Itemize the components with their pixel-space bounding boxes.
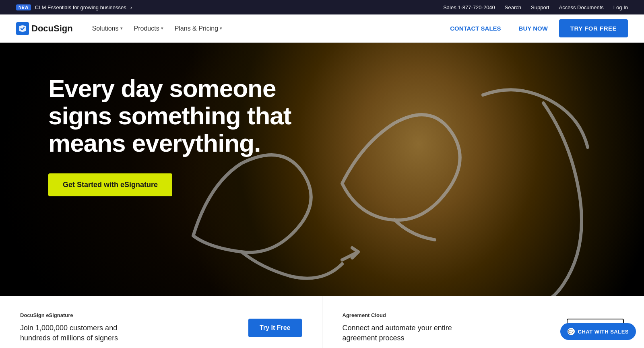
esignature-card: DocuSign eSignature Join 1,000,000 custo…: [0, 296, 322, 348]
banner-message: CLM Essentials for growing businesses: [35, 4, 126, 10]
hero-section: Every day someone signs some­thing that …: [0, 43, 644, 296]
banner-left: NEW CLM Essentials for growing businesse…: [16, 4, 132, 10]
get-started-button[interactable]: Get Started with eSignature: [48, 173, 172, 196]
agreement-cloud-card: Agreement Cloud Connect and automate you…: [322, 296, 644, 348]
esignature-label: DocuSign eSignature: [20, 312, 240, 318]
chat-icon: 💬: [568, 328, 575, 335]
agreement-cloud-label: Agreement Cloud: [343, 312, 559, 318]
banner-phone[interactable]: Sales 1-877-720-2040: [443, 4, 495, 10]
solutions-chevron-icon: ▾: [120, 26, 123, 31]
nav-products[interactable]: Products ▾: [129, 22, 168, 35]
banner-search[interactable]: Search: [505, 4, 521, 10]
esignature-card-text: DocuSign eSignature Join 1,000,000 custo…: [20, 312, 240, 343]
banner-access-documents[interactable]: Access Documents: [559, 4, 604, 10]
banner-login[interactable]: Log In: [613, 4, 628, 10]
top-banner: NEW CLM Essentials for growing businesse…: [0, 0, 644, 14]
plans-chevron-icon: ▾: [220, 26, 222, 31]
chat-sales-label: CHAT WITH SALES: [578, 329, 629, 335]
banner-arrow: ›: [130, 4, 132, 10]
buy-now-button[interactable]: BUY NOW: [512, 22, 554, 35]
logo-text: DocuSign: [31, 23, 73, 34]
products-chevron-icon: ▾: [161, 26, 163, 31]
try-it-free-button[interactable]: Try It Free: [248, 319, 301, 337]
docusign-logo-icon: [16, 22, 29, 35]
esignature-card-content: DocuSign eSignature Join 1,000,000 custo…: [20, 312, 302, 343]
nav-links: Solutions ▾ Products ▾ Plans & Pricing ▾: [87, 22, 227, 35]
contact-sales-button[interactable]: CONTACT SALES: [444, 22, 507, 35]
nav-right: CONTACT SALES BUY NOW TRY FOR FREE: [444, 19, 628, 37]
banner-support[interactable]: Support: [531, 4, 549, 10]
try-for-free-button[interactable]: TRY FOR FREE: [559, 19, 628, 37]
hero-title: Every day someone signs some­thing that …: [48, 75, 310, 157]
cards-section: DocuSign eSignature Join 1,000,000 custo…: [0, 296, 644, 348]
chat-with-sales-button[interactable]: 💬 CHAT WITH SALES: [560, 323, 636, 340]
main-nav: DocuSign Solutions ▾ Products ▾ Plans & …: [0, 14, 644, 43]
logo[interactable]: DocuSign: [16, 22, 73, 35]
nav-left: DocuSign Solutions ▾ Products ▾ Plans & …: [16, 22, 227, 35]
agreement-cloud-card-text: Agreement Cloud Connect and automate you…: [343, 312, 559, 343]
nav-solutions[interactable]: Solutions ▾: [87, 22, 128, 35]
agreement-cloud-description: Connect and automate your entire agreeme…: [343, 323, 471, 343]
new-badge: NEW: [16, 4, 31, 10]
hero-content: Every day someone signs some­thing that …: [48, 75, 310, 196]
nav-plans-pricing[interactable]: Plans & Pricing ▾: [170, 22, 227, 35]
esignature-description: Join 1,000,000 customers and hundreds of…: [20, 323, 149, 343]
banner-right: Sales 1-877-720-2040 Search Support Acce…: [443, 4, 628, 10]
